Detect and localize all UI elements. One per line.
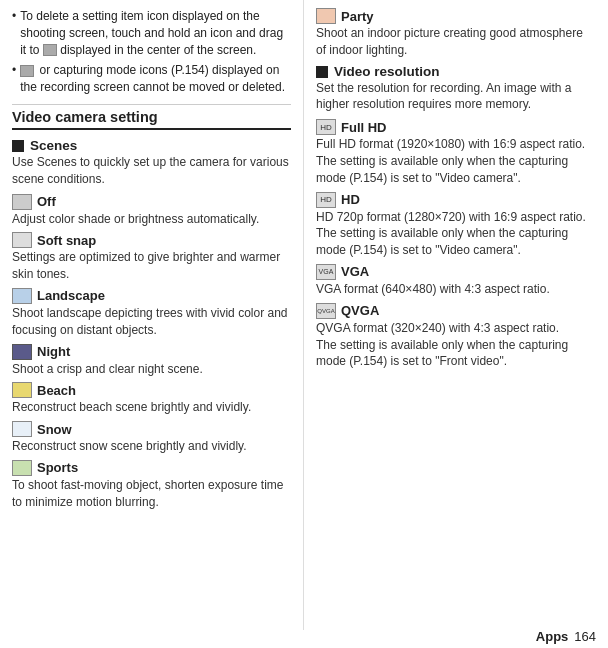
res-item-hd: HD HD HD 720p format (1280×720) with 16:… <box>316 192 596 259</box>
right-column: Party Shoot an indoor picture creating g… <box>304 0 608 630</box>
bullet-text-1: To delete a setting item icon displayed … <box>20 8 291 58</box>
scene-off-title: Off <box>37 194 56 209</box>
night-icon <box>12 344 32 360</box>
scene-beach-desc: Reconstruct beach scene brightly and viv… <box>12 399 291 416</box>
full-hd-icon: HD <box>316 119 336 135</box>
landscape-icon <box>12 288 32 304</box>
scene-off-header: Off <box>12 194 291 210</box>
scene-snow-desc: Reconstruct snow scene brightly and vivi… <box>12 438 291 455</box>
scene-snap-title: Soft snap <box>37 233 96 248</box>
scene-night-title: Night <box>37 344 70 359</box>
scene-party-desc: Shoot an indoor picture creating good at… <box>316 25 596 59</box>
res-item-vga: VGA VGA VGA format (640×480) with 4:3 as… <box>316 264 596 298</box>
scene-landscape-desc: Shoot landscape depicting trees with viv… <box>12 305 291 339</box>
scene-snow-title: Snow <box>37 422 72 437</box>
sports-icon <box>12 460 32 476</box>
scene-sports-desc: To shoot fast-moving object, shorten exp… <box>12 477 291 511</box>
scene-landscape-title: Landscape <box>37 288 105 303</box>
scene-item-beach: Beach Reconstruct beach scene brightly a… <box>12 382 291 416</box>
scenes-header: Scenes <box>12 138 291 153</box>
scenes-title: Scenes <box>30 138 77 153</box>
qvga-icon: QVGA <box>316 303 336 319</box>
scene-party-header: Party <box>316 8 596 24</box>
scene-night-header: Night <box>12 344 291 360</box>
scene-item-off: Off Adjust color shade or brightness aut… <box>12 194 291 228</box>
res-qvga-header: QVGA QVGA <box>316 303 596 319</box>
scene-party-title: Party <box>341 9 374 24</box>
footer-page-number: 164 <box>574 629 596 644</box>
scene-snow-header: Snow <box>12 421 291 437</box>
snow-icon <box>12 421 32 437</box>
scene-item-snow: Snow Reconstruct snow scene brightly and… <box>12 421 291 455</box>
hd-icon: HD <box>316 192 336 208</box>
res-vga-header: VGA VGA <box>316 264 596 280</box>
res-hd-title: HD <box>341 192 360 207</box>
beach-icon <box>12 382 32 398</box>
scene-item-night: Night Shoot a crisp and clear night scen… <box>12 344 291 378</box>
res-fullhd-header: HD Full HD <box>316 119 596 135</box>
scene-off-desc: Adjust color shade or brightness automat… <box>12 211 291 228</box>
vga-icon: VGA <box>316 264 336 280</box>
scene-beach-title: Beach <box>37 383 76 398</box>
video-resolution-header: Video resolution <box>316 64 596 79</box>
bullet-dot-1: • <box>12 8 16 25</box>
scene-sports-title: Sports <box>37 460 78 475</box>
scene-snap-desc: Settings are optimized to give brighter … <box>12 249 291 283</box>
res-item-qvga: QVGA QVGA QVGA format (320×240) with 4:3… <box>316 303 596 370</box>
scene-item-party: Party Shoot an indoor picture creating g… <box>316 8 596 59</box>
scene-beach-header: Beach <box>12 382 291 398</box>
scenes-square-bullet <box>12 140 24 152</box>
scene-item-landscape: Landscape Shoot landscape depicting tree… <box>12 288 291 339</box>
video-resolution-desc: Set the resolution for recording. An ima… <box>316 80 596 114</box>
res-hd-desc: HD 720p format (1280×720) with 16:9 aspe… <box>316 209 596 259</box>
scene-snap-header: Soft snap <box>12 232 291 248</box>
res-vga-title: VGA <box>341 264 369 279</box>
scenes-group: Scenes Use Scenes to quickly set up the … <box>12 138 291 188</box>
res-fullhd-desc: Full HD format (1920×1080) with 16:9 asp… <box>316 136 596 186</box>
video-res-square-bullet <box>316 66 328 78</box>
scene-night-desc: Shoot a crisp and clear night scene. <box>12 361 291 378</box>
res-vga-desc: VGA format (640×480) with 4:3 aspect rat… <box>316 281 596 298</box>
off-icon <box>12 194 32 210</box>
section-title: Video camera setting <box>12 109 291 130</box>
video-resolution-title: Video resolution <box>334 64 440 79</box>
res-qvga-title: QVGA <box>341 303 379 318</box>
res-fullhd-title: Full HD <box>341 120 387 135</box>
scenes-desc: Use Scenes to quickly set up the camera … <box>12 154 291 188</box>
bullet-text-2: or capturing mode icons (P.154) displaye… <box>20 62 291 96</box>
party-icon <box>316 8 336 24</box>
scene-landscape-header: Landscape <box>12 288 291 304</box>
bullet-dot-2: • <box>12 62 16 79</box>
bullet-section: • To delete a setting item icon displaye… <box>12 8 291 96</box>
footer: Apps 164 <box>0 625 608 648</box>
soft-snap-icon <box>12 232 32 248</box>
res-hd-header: HD HD <box>316 192 596 208</box>
left-column: • To delete a setting item icon displaye… <box>0 0 304 630</box>
res-item-full-hd: HD Full HD Full HD format (1920×1080) wi… <box>316 119 596 186</box>
res-qvga-desc: QVGA format (320×240) with 4:3 aspect ra… <box>316 320 596 370</box>
scene-item-soft-snap: Soft snap Settings are optimized to give… <box>12 232 291 283</box>
footer-apps-label: Apps <box>536 629 569 644</box>
bullet-item-1: • To delete a setting item icon displaye… <box>12 8 291 58</box>
scene-sports-header: Sports <box>12 460 291 476</box>
scene-item-sports: Sports To shoot fast-moving object, shor… <box>12 460 291 511</box>
bullet-item-2: • or capturing mode icons (P.154) displa… <box>12 62 291 96</box>
section-divider <box>12 104 291 105</box>
video-resolution-group: Video resolution Set the resolution for … <box>316 64 596 114</box>
